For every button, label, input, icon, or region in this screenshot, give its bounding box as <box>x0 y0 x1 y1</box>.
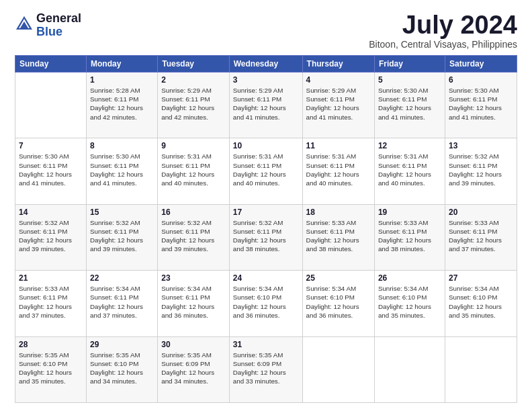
calendar-week-row: 21Sunrise: 5:33 AM Sunset: 6:11 PM Dayli… <box>15 271 517 336</box>
table-row: 9Sunrise: 5:31 AM Sunset: 6:11 PM Daylig… <box>158 138 230 204</box>
day-number: 29 <box>90 340 154 349</box>
day-info: Sunrise: 5:33 AM Sunset: 6:11 PM Dayligh… <box>449 218 513 254</box>
table-row: 8Sunrise: 5:30 AM Sunset: 6:11 PM Daylig… <box>86 138 157 204</box>
calendar-week-row: 28Sunrise: 5:35 AM Sunset: 6:10 PM Dayli… <box>15 336 517 402</box>
calendar-week-row: 14Sunrise: 5:32 AM Sunset: 6:11 PM Dayli… <box>15 204 517 270</box>
table-row: 25Sunrise: 5:34 AM Sunset: 6:10 PM Dayli… <box>302 271 374 336</box>
day-info: Sunrise: 5:30 AM Sunset: 6:11 PM Dayligh… <box>90 152 154 187</box>
day-info: Sunrise: 5:29 AM Sunset: 6:11 PM Dayligh… <box>161 86 226 122</box>
day-info: Sunrise: 5:29 AM Sunset: 6:11 PM Dayligh… <box>233 86 299 122</box>
header-friday: Friday <box>374 56 445 73</box>
day-info: Sunrise: 5:32 AM Sunset: 6:11 PM Dayligh… <box>449 152 513 187</box>
calendar-table: Sunday Monday Tuesday Wednesday Thursday… <box>15 55 517 403</box>
table-row <box>302 336 374 402</box>
day-number: 31 <box>233 340 299 349</box>
day-number: 30 <box>161 340 226 349</box>
day-info: Sunrise: 5:34 AM Sunset: 6:10 PM Dayligh… <box>449 284 513 320</box>
title-section: July 2024 Bitoon, Central Visayas, Phili… <box>369 12 517 50</box>
day-number: 13 <box>449 141 513 150</box>
table-row: 22Sunrise: 5:34 AM Sunset: 6:11 PM Dayli… <box>86 271 157 336</box>
table-row: 29Sunrise: 5:35 AM Sunset: 6:10 PM Dayli… <box>86 336 157 402</box>
header-monday: Monday <box>86 56 157 73</box>
weekday-header-row: Sunday Monday Tuesday Wednesday Thursday… <box>15 56 517 73</box>
day-info: Sunrise: 5:35 AM Sunset: 6:10 PM Dayligh… <box>19 351 83 386</box>
day-number: 28 <box>19 340 83 349</box>
table-row: 31Sunrise: 5:35 AM Sunset: 6:09 PM Dayli… <box>229 336 302 402</box>
calendar-week-row: 1Sunrise: 5:28 AM Sunset: 6:11 PM Daylig… <box>15 73 517 138</box>
calendar-week-row: 7Sunrise: 5:30 AM Sunset: 6:11 PM Daylig… <box>15 138 517 204</box>
header-thursday: Thursday <box>302 56 374 73</box>
day-info: Sunrise: 5:32 AM Sunset: 6:11 PM Dayligh… <box>90 218 154 254</box>
day-info: Sunrise: 5:33 AM Sunset: 6:11 PM Dayligh… <box>19 284 83 320</box>
table-row: 20Sunrise: 5:33 AM Sunset: 6:11 PM Dayli… <box>445 204 517 270</box>
day-info: Sunrise: 5:35 AM Sunset: 6:09 PM Dayligh… <box>161 351 226 386</box>
day-info: Sunrise: 5:31 AM Sunset: 6:11 PM Dayligh… <box>161 152 226 187</box>
table-row: 2Sunrise: 5:29 AM Sunset: 6:11 PM Daylig… <box>158 73 230 138</box>
day-number: 26 <box>378 273 441 283</box>
day-info: Sunrise: 5:34 AM Sunset: 6:10 PM Dayligh… <box>306 284 371 320</box>
day-number: 3 <box>233 75 299 85</box>
day-info: Sunrise: 5:32 AM Sunset: 6:11 PM Dayligh… <box>19 218 83 254</box>
table-row: 13Sunrise: 5:32 AM Sunset: 6:11 PM Dayli… <box>445 138 517 204</box>
day-info: Sunrise: 5:30 AM Sunset: 6:11 PM Dayligh… <box>378 86 441 122</box>
day-number: 11 <box>306 141 371 150</box>
logo-general-text: General <box>36 12 81 26</box>
day-number: 24 <box>233 273 299 283</box>
day-number: 25 <box>306 273 371 283</box>
day-number: 2 <box>161 75 226 85</box>
table-row <box>374 336 445 402</box>
month-title: July 2024 <box>369 12 517 38</box>
header: General Blue July 2024 Bitoon, Central V… <box>15 12 517 50</box>
logo-text: General Blue <box>36 12 81 39</box>
table-row: 18Sunrise: 5:33 AM Sunset: 6:11 PM Dayli… <box>302 204 374 270</box>
day-info: Sunrise: 5:34 AM Sunset: 6:11 PM Dayligh… <box>90 284 154 320</box>
table-row: 27Sunrise: 5:34 AM Sunset: 6:10 PM Dayli… <box>445 271 517 336</box>
table-row: 14Sunrise: 5:32 AM Sunset: 6:11 PM Dayli… <box>15 204 87 270</box>
day-number: 23 <box>161 273 226 283</box>
day-info: Sunrise: 5:31 AM Sunset: 6:11 PM Dayligh… <box>378 152 441 187</box>
day-number: 10 <box>233 141 299 150</box>
day-number: 16 <box>161 208 226 217</box>
day-number: 17 <box>233 208 299 217</box>
day-info: Sunrise: 5:32 AM Sunset: 6:11 PM Dayligh… <box>233 218 299 254</box>
table-row: 12Sunrise: 5:31 AM Sunset: 6:11 PM Dayli… <box>374 138 445 204</box>
day-number: 15 <box>90 208 154 217</box>
logo-icon <box>15 15 34 34</box>
day-info: Sunrise: 5:35 AM Sunset: 6:09 PM Dayligh… <box>233 351 299 386</box>
header-sunday: Sunday <box>15 56 87 73</box>
table-row <box>15 73 87 138</box>
table-row: 4Sunrise: 5:29 AM Sunset: 6:11 PM Daylig… <box>302 73 374 138</box>
day-info: Sunrise: 5:31 AM Sunset: 6:11 PM Dayligh… <box>306 152 371 187</box>
table-row: 30Sunrise: 5:35 AM Sunset: 6:09 PM Dayli… <box>158 336 230 402</box>
day-number: 1 <box>90 75 154 85</box>
table-row: 11Sunrise: 5:31 AM Sunset: 6:11 PM Dayli… <box>302 138 374 204</box>
table-row: 17Sunrise: 5:32 AM Sunset: 6:11 PM Dayli… <box>229 204 302 270</box>
table-row: 3Sunrise: 5:29 AM Sunset: 6:11 PM Daylig… <box>229 73 302 138</box>
day-number: 12 <box>378 141 441 150</box>
table-row: 6Sunrise: 5:30 AM Sunset: 6:11 PM Daylig… <box>445 73 517 138</box>
day-info: Sunrise: 5:34 AM Sunset: 6:11 PM Dayligh… <box>161 284 226 320</box>
logo-blue-text: Blue <box>36 26 81 39</box>
day-number: 20 <box>449 208 513 217</box>
day-number: 5 <box>378 75 441 85</box>
header-wednesday: Wednesday <box>229 56 302 73</box>
table-row: 1Sunrise: 5:28 AM Sunset: 6:11 PM Daylig… <box>86 73 157 138</box>
day-info: Sunrise: 5:28 AM Sunset: 6:11 PM Dayligh… <box>90 86 154 122</box>
day-number: 21 <box>19 273 83 283</box>
header-tuesday: Tuesday <box>158 56 230 73</box>
day-info: Sunrise: 5:29 AM Sunset: 6:11 PM Dayligh… <box>306 86 371 122</box>
table-row: 26Sunrise: 5:34 AM Sunset: 6:10 PM Dayli… <box>374 271 445 336</box>
day-number: 4 <box>306 75 371 85</box>
day-number: 6 <box>449 75 513 85</box>
day-number: 7 <box>19 141 83 150</box>
day-info: Sunrise: 5:33 AM Sunset: 6:11 PM Dayligh… <box>306 218 371 254</box>
day-info: Sunrise: 5:30 AM Sunset: 6:11 PM Dayligh… <box>19 152 83 187</box>
day-number: 8 <box>90 141 154 150</box>
table-row: 15Sunrise: 5:32 AM Sunset: 6:11 PM Dayli… <box>86 204 157 270</box>
table-row: 16Sunrise: 5:32 AM Sunset: 6:11 PM Dayli… <box>158 204 230 270</box>
day-info: Sunrise: 5:32 AM Sunset: 6:11 PM Dayligh… <box>161 218 226 254</box>
day-info: Sunrise: 5:34 AM Sunset: 6:10 PM Dayligh… <box>233 284 299 320</box>
logo: General Blue <box>15 12 81 39</box>
table-row: 24Sunrise: 5:34 AM Sunset: 6:10 PM Dayli… <box>229 271 302 336</box>
day-number: 19 <box>378 208 441 217</box>
